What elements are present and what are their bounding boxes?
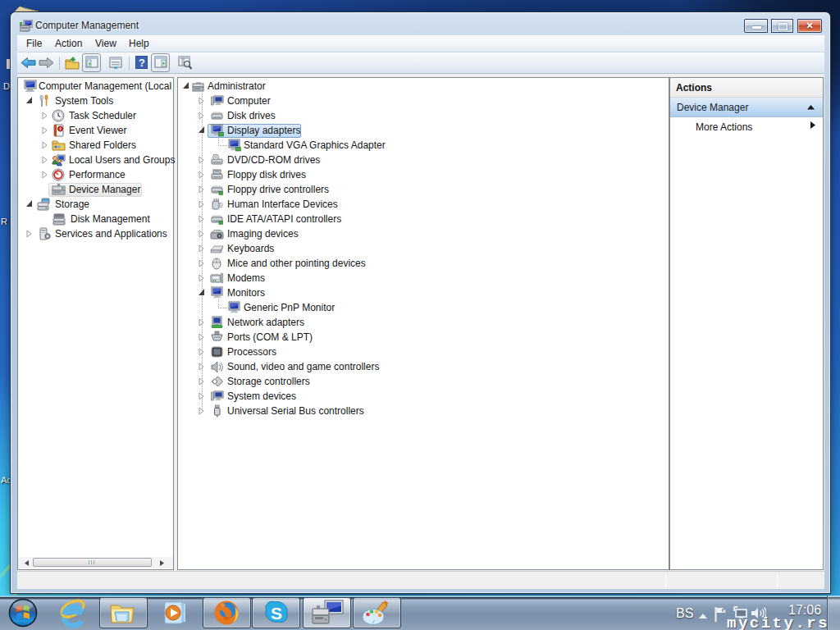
svg-text:S: S (271, 604, 282, 623)
svg-text:?: ? (139, 57, 145, 69)
